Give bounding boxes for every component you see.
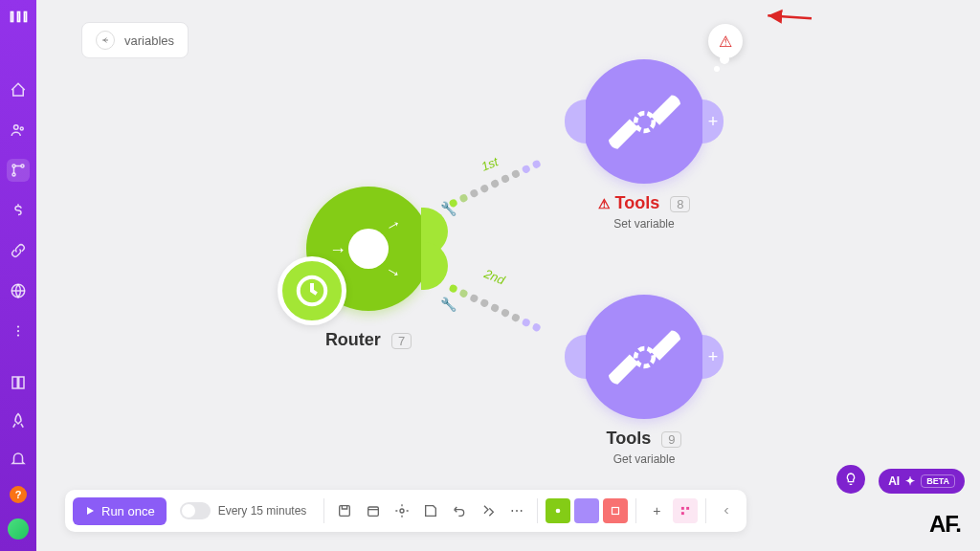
explain-flow-icon[interactable] [546, 498, 570, 523]
avatar[interactable] [8, 518, 29, 540]
tools2-title: Tools [607, 429, 652, 448]
warning-bubble[interactable]: ⚠ [708, 24, 743, 58]
svg-rect-14 [368, 507, 379, 516]
schedule-toggle[interactable] [180, 502, 211, 519]
annotation-arrow [757, 0, 818, 47]
bell-icon[interactable] [7, 448, 30, 471]
svg-point-15 [400, 509, 404, 513]
path-label-1: 1st [479, 154, 501, 173]
router-node[interactable]: → → → Router 7 [306, 187, 431, 350]
tools-node-1[interactable]: + ⚠ Tools 8 Set variable [582, 59, 706, 231]
svg-point-12 [635, 348, 654, 366]
svg-rect-17 [612, 508, 619, 515]
canvas[interactable]: → → → Router 7 1st 🔧 2nd 🔧 + ⚠ To [36, 0, 980, 551]
webhooks-icon[interactable] [7, 279, 30, 302]
filter-icon[interactable]: 🔧 [440, 297, 457, 312]
tools1-title: Tools [615, 193, 660, 212]
schedule-label: Every 15 minutes [218, 504, 307, 518]
svg-rect-20 [681, 512, 684, 515]
run-button[interactable]: Run once [73, 497, 167, 525]
sidebar: ⫿⫿⫿ ? [0, 0, 36, 551]
connection-2[interactable] [448, 283, 542, 332]
team-icon[interactable] [7, 119, 30, 142]
tools2-badge: 9 [661, 431, 681, 448]
svg-point-16 [556, 509, 561, 514]
tools-shortcut-icon[interactable] [574, 498, 599, 523]
docs-icon[interactable] [7, 371, 30, 394]
router-badge: 7 [391, 333, 412, 349]
notes-icon[interactable] [418, 498, 443, 523]
app-logo: ⫿⫿⫿ [9, 8, 29, 25]
templates-icon[interactable] [7, 199, 30, 222]
help-icon[interactable]: ? [10, 486, 27, 503]
bottom-toolbar: Run once Every 15 minutes ⋯ + [65, 490, 746, 532]
collapse-icon[interactable] [714, 498, 739, 523]
warning-icon: ⚠ [719, 33, 732, 51]
clock-icon[interactable] [278, 256, 346, 325]
svg-point-3 [21, 165, 24, 167]
svg-line-11 [768, 0, 812, 38]
tools-node-2[interactable]: + Tools 9 Get variable [582, 295, 706, 466]
svg-point-0 [14, 125, 19, 130]
rocket-icon[interactable] [7, 409, 30, 432]
svg-point-1 [20, 127, 23, 130]
auto-align-icon[interactable] [476, 498, 501, 523]
undo-icon[interactable] [447, 498, 472, 523]
scheduler-icon[interactable] [361, 498, 386, 523]
more-icon[interactable] [7, 320, 30, 342]
svg-rect-19 [687, 507, 690, 510]
add-module-button[interactable]: + [702, 335, 724, 379]
tools2-subtitle: Get variable [582, 452, 706, 466]
tools1-subtitle: Set variable [582, 217, 706, 231]
tools1-badge: 8 [670, 196, 690, 212]
svg-point-6 [17, 325, 19, 327]
home-icon[interactable] [7, 78, 30, 101]
hint-button[interactable] [836, 465, 865, 494]
path-label-2: 2nd [482, 266, 507, 287]
router-title: Router [325, 330, 381, 349]
svg-point-7 [17, 330, 19, 332]
more-tools-icon[interactable]: ⋯ [504, 498, 529, 523]
svg-rect-18 [681, 507, 684, 510]
svg-point-2 [12, 165, 15, 167]
ai-button[interactable]: AI ✦ BETA [879, 469, 965, 494]
svg-point-4 [12, 173, 15, 176]
flow-control-icon[interactable] [603, 498, 628, 523]
svg-point-8 [17, 334, 19, 336]
svg-point-10 [635, 113, 654, 131]
favorites-icon[interactable] [673, 498, 698, 523]
filter-icon[interactable]: 🔧 [440, 201, 457, 216]
settings-icon[interactable] [390, 498, 414, 523]
connections-icon[interactable] [7, 239, 30, 262]
add-module-button[interactable]: + [702, 99, 724, 143]
svg-rect-13 [340, 506, 350, 517]
add-icon[interactable]: + [644, 498, 669, 523]
scenarios-icon[interactable] [7, 159, 30, 182]
save-icon[interactable] [332, 498, 357, 523]
watermark: AF. [929, 511, 961, 538]
